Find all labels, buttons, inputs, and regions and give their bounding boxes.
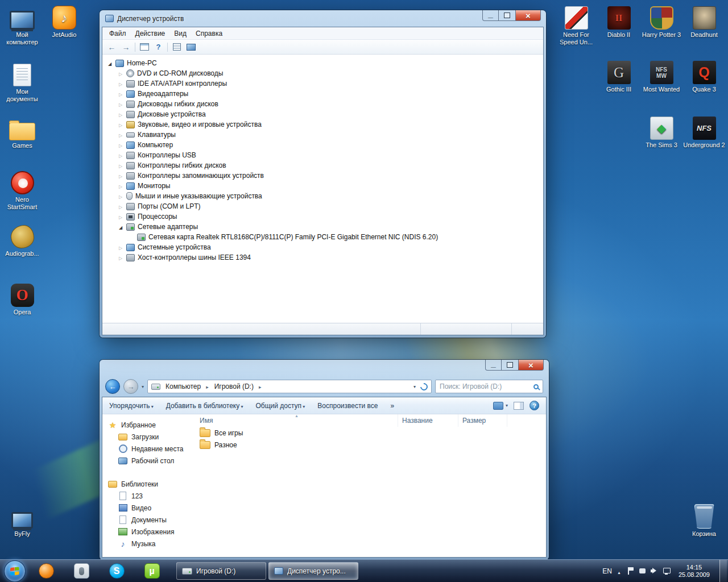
menu-item[interactable]: Вид [169, 28, 191, 39]
desktop-icon[interactable]: Gothic III [598, 58, 640, 93]
tree-item[interactable]: Системные устройства [104, 242, 542, 252]
navigation-pane-item[interactable]: Загрузки [104, 431, 195, 443]
tree-item[interactable]: Сетевая карта Realtek RTL8168C(P)/8111C(… [104, 232, 542, 242]
expander-icon[interactable] [118, 110, 123, 118]
address-dropdown-icon[interactable]: ▾ [413, 384, 416, 389]
desktop-icon[interactable]: Need For Speed Un... [555, 3, 597, 46]
tree-item[interactable]: Дисковые устройства [104, 109, 542, 119]
tree-item[interactable]: Home-PC [104, 58, 542, 68]
desktop-icon[interactable]: Diablo II [598, 3, 640, 39]
tree-item[interactable]: DVD и CD-ROM дисководы [104, 68, 542, 78]
show-desktop-button[interactable] [719, 560, 727, 582]
tree-item[interactable]: Контроллеры запоминающих устройств [104, 171, 542, 181]
desktop-icon[interactable]: Most Wanted [640, 58, 682, 93]
navigation-pane-item[interactable]: Избранное [104, 419, 195, 431]
desktop-icon[interactable]: Deadhunt [683, 3, 725, 39]
expander-icon[interactable] [118, 151, 123, 159]
breadcrumb-segment[interactable]: Компьютер [163, 382, 212, 391]
flag-icon[interactable] [626, 567, 635, 575]
pinned-app-button[interactable]: µ [141, 561, 163, 581]
column-header[interactable]: Имя [196, 414, 398, 427]
desktop-icon[interactable]: Мой компьютер [1, 3, 43, 46]
search-input[interactable]: Поиск: Игровой (D:) [435, 380, 543, 393]
navigation-pane-item[interactable]: Музыка [104, 538, 195, 550]
pinned-app-button[interactable]: S [106, 561, 127, 581]
desktop-icon[interactable]: Nero StartSmart [1, 168, 43, 211]
start-button[interactable] [4, 560, 26, 582]
expander-icon[interactable] [118, 120, 123, 128]
tree-item[interactable]: Видеоадаптеры [104, 89, 542, 99]
forward-button[interactable]: → [123, 379, 138, 394]
pinned-app-button[interactable] [71, 561, 92, 581]
expander-icon[interactable] [118, 80, 123, 88]
maximize-button[interactable] [499, 10, 515, 21]
tree-item[interactable]: Контроллеры гибких дисков [104, 160, 542, 171]
views-icon[interactable] [493, 402, 503, 410]
menu-item[interactable]: Действие [131, 28, 170, 39]
command-bar-item[interactable]: Общий доступ [255, 402, 305, 410]
expander-icon[interactable] [107, 59, 113, 67]
expander-icon[interactable] [118, 253, 123, 261]
tree-item[interactable]: Компьютер [104, 140, 542, 150]
desktop-icon[interactable]: JetAudio [43, 3, 85, 39]
breadcrumb-segment[interactable]: Игровой (D:) [212, 382, 264, 391]
command-bar-item[interactable]: Упорядочить [109, 402, 154, 410]
navigation-pane-item[interactable]: Рабочий стол [104, 455, 195, 467]
navigation-pane-item[interactable]: Документы [104, 514, 195, 526]
desktop-icon[interactable]: Мои документы [1, 60, 43, 103]
tree-item[interactable]: Мониторы [104, 181, 542, 191]
menu-item[interactable]: Файл [105, 28, 131, 39]
desktop-icon[interactable]: Корзина [683, 502, 725, 538]
expander-icon[interactable] [118, 131, 123, 139]
expander-icon[interactable] [118, 192, 123, 200]
back-button[interactable]: ← [105, 379, 120, 394]
help-icon[interactable]: ? [530, 401, 539, 410]
address-bar[interactable]: Компьютер Игровой (D:) ▾ [147, 380, 432, 393]
expander-icon[interactable] [118, 69, 123, 77]
navigation-pane-item[interactable]: Библиотеки [104, 478, 195, 490]
expander-icon[interactable] [118, 213, 123, 221]
desktop-icon[interactable]: Games [1, 114, 43, 149]
column-header[interactable]: Размер [458, 414, 507, 427]
expander-icon[interactable] [118, 223, 123, 231]
desktop-icon[interactable]: ByFly [1, 502, 43, 538]
desktop-icon[interactable]: Underground 2 [683, 114, 725, 149]
views-dropdown-icon[interactable]: ▾ [506, 403, 508, 408]
navigation-pane-item[interactable]: 123 [104, 490, 195, 502]
maximize-button[interactable] [502, 360, 518, 371]
desktop-icon[interactable]: The Sims 3 [640, 114, 682, 149]
titlebar[interactable]: Диспетчер устройств [100, 10, 546, 27]
menu-item[interactable]: Справка [191, 28, 227, 39]
volume-icon[interactable] [650, 567, 659, 575]
refresh-icon[interactable] [419, 381, 429, 392]
tree-item[interactable]: IDE ATA/ATAPI контроллеры [104, 78, 542, 89]
language-indicator[interactable]: EN [602, 567, 612, 575]
network-icon[interactable] [662, 567, 671, 575]
expander-icon[interactable] [118, 172, 123, 180]
expander-icon[interactable] [118, 141, 123, 149]
desktop-icon[interactable]: Audiograb... [1, 222, 43, 257]
pinned-app-button[interactable] [35, 561, 57, 581]
tree-item[interactable]: Процессоры [104, 211, 542, 222]
tree-item[interactable]: Сетевые адаптеры [104, 222, 542, 232]
help-icon[interactable] [151, 41, 166, 53]
taskbar-window-button[interactable]: Игровой (D:) [176, 562, 266, 580]
desktop-icon[interactable]: Harry Potter 3 [640, 3, 682, 39]
export-list-icon[interactable] [169, 41, 184, 53]
close-button[interactable] [515, 10, 541, 21]
tree-item[interactable]: Звуковые, видео и игровые устройства [104, 119, 542, 130]
desktop-icon[interactable]: Opera [1, 281, 43, 316]
command-bar-item[interactable]: Добавить в библиотеку [166, 402, 243, 410]
navigation-pane-item[interactable]: Видео [104, 502, 195, 514]
close-button[interactable] [518, 360, 544, 371]
navigation-pane-item[interactable]: Изображения [104, 526, 195, 538]
column-header[interactable]: Название [398, 414, 458, 427]
tree-item[interactable]: Хост-контроллеры шины IEEE 1394 [104, 252, 542, 263]
console-window-icon[interactable] [137, 41, 151, 53]
expander-icon[interactable] [118, 90, 123, 98]
tree-item[interactable]: Порты (COM и LPT) [104, 201, 542, 211]
expander-icon[interactable] [118, 161, 123, 169]
usb-icon[interactable] [638, 567, 647, 575]
hidden-icons-chevron[interactable] [617, 566, 621, 576]
tree-item[interactable]: Клавиатуры [104, 130, 542, 140]
